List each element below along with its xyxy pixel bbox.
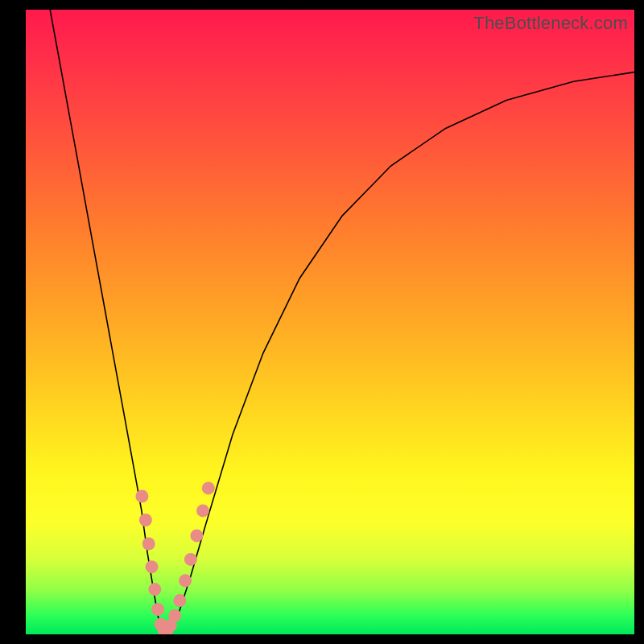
- marker-dot: [155, 618, 167, 631]
- marker-dot: [196, 504, 209, 517]
- marker-dot: [135, 490, 148, 503]
- marker-dot: [148, 583, 161, 596]
- marker-dot: [142, 538, 155, 551]
- marker-dot: [158, 624, 171, 634]
- marker-dots: [135, 481, 214, 634]
- marker-dot: [139, 514, 152, 526]
- marker-dot: [190, 529, 203, 542]
- bottleneck-curve: [26, 10, 634, 634]
- chart-frame: TheBottleneck.com: [0, 0, 644, 644]
- marker-dot: [202, 481, 215, 494]
- marker-dot: [146, 560, 159, 573]
- watermark-text: TheBottleneck.com: [473, 13, 628, 34]
- marker-dot: [184, 553, 197, 566]
- curve-left-branch: [50, 10, 161, 631]
- marker-dot: [164, 619, 177, 632]
- curve-right-branch: [169, 72, 634, 632]
- marker-dot: [179, 574, 192, 587]
- plot-area: TheBottleneck.com: [26, 10, 634, 634]
- marker-dot: [173, 594, 186, 607]
- marker-dot: [168, 609, 181, 622]
- marker-dot: [151, 603, 164, 616]
- marker-dot: [160, 624, 173, 634]
